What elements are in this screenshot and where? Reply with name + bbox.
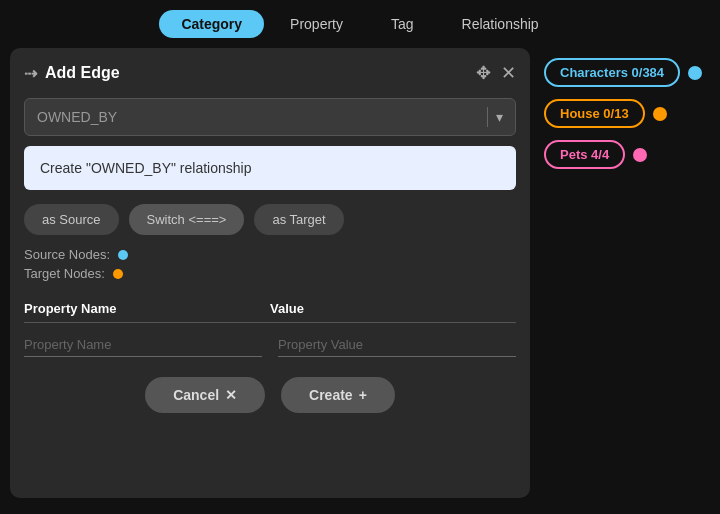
dropdown-value: OWNED_BY [37,109,479,125]
property-table: Property Name Value [24,295,516,361]
property-value-input[interactable] [278,333,516,357]
create-label: Create [309,387,353,403]
property-input-row [24,323,516,361]
characters-badge[interactable]: Characters 0/384 [544,58,680,87]
move-icon[interactable]: ✥ [476,62,491,84]
panel-title-text: Add Edge [45,64,120,82]
cancel-label: Cancel [173,387,219,403]
tab-relationship[interactable]: Relationship [440,10,561,38]
cancel-button[interactable]: Cancel ✕ [145,377,265,413]
main-layout: ⇢ Add Edge ✥ ✕ OWNED_BY ▾ Create "OWNED_… [0,48,720,508]
right-panel: Characters 0/384 House 0/13 Pets 4/4 [530,48,720,508]
house-badge-row: House 0/13 [544,99,706,128]
property-value-header: Value [270,301,516,316]
as-source-button[interactable]: as Source [24,204,119,235]
pets-badge[interactable]: Pets 4/4 [544,140,625,169]
nodes-section: Source Nodes: Target Nodes: [24,247,516,281]
panel-controls: ✥ ✕ [476,62,516,84]
source-nodes-row: Source Nodes: [24,247,516,262]
target-node-dot [113,269,123,279]
house-dot [653,107,667,121]
tab-category[interactable]: Category [159,10,264,38]
tab-property[interactable]: Property [268,10,365,38]
create-button[interactable]: Create + [281,377,395,413]
property-name-input[interactable] [24,333,262,357]
tab-tag[interactable]: Tag [369,10,436,38]
property-table-header: Property Name Value [24,295,516,323]
characters-badge-row: Characters 0/384 [544,58,706,87]
direction-row: as Source Switch <===> as Target [24,204,516,235]
target-nodes-label: Target Nodes: [24,266,105,281]
as-target-button[interactable]: as Target [254,204,343,235]
property-name-header: Property Name [24,301,270,316]
panel-header: ⇢ Add Edge ✥ ✕ [24,62,516,84]
add-edge-panel: ⇢ Add Edge ✥ ✕ OWNED_BY ▾ Create "OWNED_… [10,48,530,498]
tab-bar: Category Property Tag Relationship [0,0,720,48]
characters-dot [688,66,702,80]
close-icon[interactable]: ✕ [501,62,516,84]
cancel-x-icon: ✕ [225,387,237,403]
target-nodes-row: Target Nodes: [24,266,516,281]
action-row: Cancel ✕ Create + [24,377,516,413]
create-plus-icon: + [359,387,367,403]
panel-title: ⇢ Add Edge [24,64,120,83]
suggestion-box[interactable]: Create "OWNED_BY" relationship [24,146,516,190]
dropdown-divider [487,107,488,127]
pets-badge-row: Pets 4/4 [544,140,706,169]
source-nodes-label: Source Nodes: [24,247,110,262]
source-node-dot [118,250,128,260]
house-badge[interactable]: House 0/13 [544,99,645,128]
switch-button[interactable]: Switch <===> [129,204,245,235]
edge-icon: ⇢ [24,64,37,83]
relationship-dropdown[interactable]: OWNED_BY ▾ [24,98,516,136]
chevron-down-icon[interactable]: ▾ [496,109,503,125]
pets-dot [633,148,647,162]
